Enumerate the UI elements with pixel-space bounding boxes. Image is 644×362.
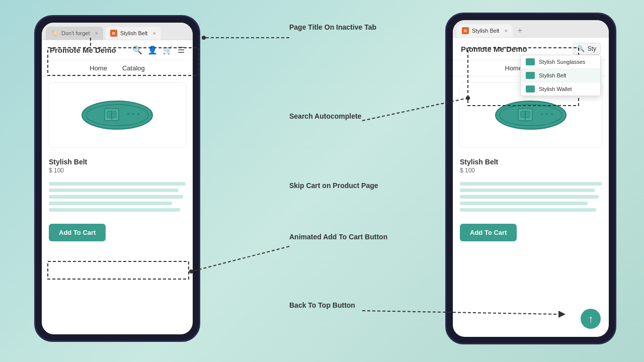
header-icons-left: 🔍 👤 🛒 ☰ — [132, 45, 185, 55]
right-phone: R Stylish Belt × + Promote Me Demo 🔍 Sty — [445, 13, 616, 344]
back-to-top-arrow-icon: ↑ — [588, 314, 593, 324]
desc-line-1 — [49, 182, 186, 186]
annotation-page-title: Page Title On Inactive Tab — [289, 23, 376, 32]
autocomplete-item-wallet[interactable]: Stylish Wallet — [521, 82, 600, 96]
search-icon-left[interactable]: 🔍 — [132, 45, 142, 55]
left-phone-screen: 🏷️ Don't forget × R Stylish Belt × Promo… — [42, 23, 193, 334]
description-lines-left — [42, 178, 193, 219]
search-input-right[interactable]: Sty — [588, 45, 596, 52]
nav-home-left[interactable]: Home — [90, 64, 107, 72]
store-logo-right: Promote Me Demo — [461, 45, 527, 53]
tab-site-icon-left: R — [110, 30, 117, 37]
product-info-right: Stylish Belt $ 100 — [453, 154, 609, 178]
belt-illustration-left — [77, 95, 157, 135]
belt-illustration-right — [491, 95, 571, 135]
autocomplete-label-belt: Stylish Belt — [539, 72, 566, 78]
svg-point-4 — [127, 113, 129, 115]
svg-point-6 — [137, 113, 139, 115]
add-to-cart-button-right[interactable]: Add To Cart — [460, 224, 517, 241]
autocomplete-label-wallet: Stylish Wallet — [539, 86, 572, 92]
search-magnifier-icon: 🔍 — [577, 45, 585, 52]
tab-dont-forget[interactable]: 🏷️ Don't forget × — [46, 27, 103, 40]
tab-close-belt-icon[interactable]: × — [152, 30, 155, 36]
nav-home-right[interactable]: Home — [505, 64, 523, 72]
annotation-animated-add: Animated Add To Cart Button — [289, 232, 387, 241]
autocomplete-icon-1 — [526, 58, 535, 65]
search-bar-right[interactable]: 🔍 Sty — [573, 43, 601, 55]
autocomplete-icon-2 — [526, 72, 535, 79]
desc-line-r3 — [460, 195, 599, 199]
svg-line-23 — [191, 246, 289, 272]
description-lines-right — [453, 178, 609, 219]
product-image-left — [48, 82, 187, 148]
autocomplete-label-sunglasses: Stylish Sunglasses — [539, 59, 585, 65]
right-phone-screen: R Stylish Belt × + Promote Me Demo 🔍 Sty — [453, 20, 609, 337]
tab-close-icon[interactable]: × — [95, 30, 98, 36]
browser-chrome-left: 🏷️ Don't forget × R Stylish Belt × — [42, 23, 193, 40]
autocomplete-icon-3 — [526, 85, 535, 93]
desc-line-r2 — [460, 189, 595, 192]
desc-line-4 — [49, 202, 172, 205]
autocomplete-item-belt[interactable]: Stylish Belt — [521, 69, 600, 82]
desc-line-r5 — [460, 208, 596, 212]
annotation-skip-cart: Skip Cart on Product Page — [289, 181, 378, 190]
tab-emoji-icon: 🏷️ — [51, 30, 58, 37]
tab-stylish-belt-left[interactable]: R Stylish Belt × — [105, 27, 161, 40]
desc-line-5 — [49, 208, 180, 212]
store-header-left: Promote Me Demo 🔍 👤 🛒 ☰ — [42, 40, 193, 60]
add-tab-icon[interactable]: + — [515, 24, 525, 37]
cart-icon-left[interactable]: 🛒 — [163, 45, 173, 55]
tabs-bar-right: R Stylish Belt × + — [453, 20, 609, 37]
annotation-search-autocomplete: Search Autocomplete — [289, 112, 361, 121]
tab-stylish-belt-label-right: Stylish Belt — [472, 28, 499, 34]
desc-line-r4 — [460, 202, 588, 205]
search-area-right: 🔍 Sty Stylish Sunglasses Stylish Belt — [573, 43, 601, 55]
nav-catalog-left[interactable]: Catalog — [122, 64, 145, 72]
svg-point-13 — [546, 113, 548, 115]
desc-line-3 — [49, 195, 183, 199]
left-phone: 🏷️ Don't forget × R Stylish Belt × Promo… — [34, 15, 200, 342]
back-to-top-button[interactable]: ↑ — [581, 309, 601, 329]
tab-stylish-belt-label-left: Stylish Belt — [120, 30, 147, 36]
svg-point-5 — [132, 113, 134, 115]
tab-stylish-belt-right[interactable]: R Stylish Belt × — [457, 24, 513, 37]
product-title-left: Stylish Belt — [49, 158, 186, 166]
product-title-right: Stylish Belt — [460, 158, 602, 166]
store-nav-left: Home Catalog — [42, 60, 193, 76]
tabs-bar-left: 🏷️ Don't forget × R Stylish Belt × — [42, 23, 193, 40]
right-header-content: Promote Me Demo 🔍 Sty Stylish Sunglasses — [461, 43, 601, 55]
store-header-right: Promote Me Demo 🔍 Sty Stylish Sunglasses — [453, 38, 609, 60]
tab-site-icon-right: R — [462, 27, 469, 34]
desc-line-r1 — [460, 182, 602, 186]
add-to-cart-button-left[interactable]: Add To Cart — [49, 224, 106, 241]
product-info-left: Stylish Belt $ 100 — [42, 154, 193, 178]
store-logo-left: Promote Me Demo — [50, 46, 116, 54]
tab-dont-forget-label: Don't forget — [61, 30, 90, 36]
product-price-left: $ 100 — [49, 167, 186, 174]
desc-line-2 — [49, 189, 179, 192]
svg-point-12 — [541, 113, 543, 115]
annotation-back-to-top: Back To Top Button — [289, 301, 355, 310]
autocomplete-item-sunglasses[interactable]: Stylish Sunglasses — [521, 55, 600, 69]
svg-point-17 — [202, 36, 206, 40]
menu-icon-left[interactable]: ☰ — [178, 45, 185, 55]
product-price-right: $ 100 — [460, 167, 602, 174]
autocomplete-dropdown: Stylish Sunglasses Stylish Belt Stylish … — [520, 55, 601, 96]
user-icon-left[interactable]: 👤 — [147, 45, 157, 55]
tab-close-right-icon[interactable]: × — [504, 28, 507, 34]
svg-point-14 — [551, 113, 553, 115]
browser-chrome-right: R Stylish Belt × + — [453, 20, 609, 38]
